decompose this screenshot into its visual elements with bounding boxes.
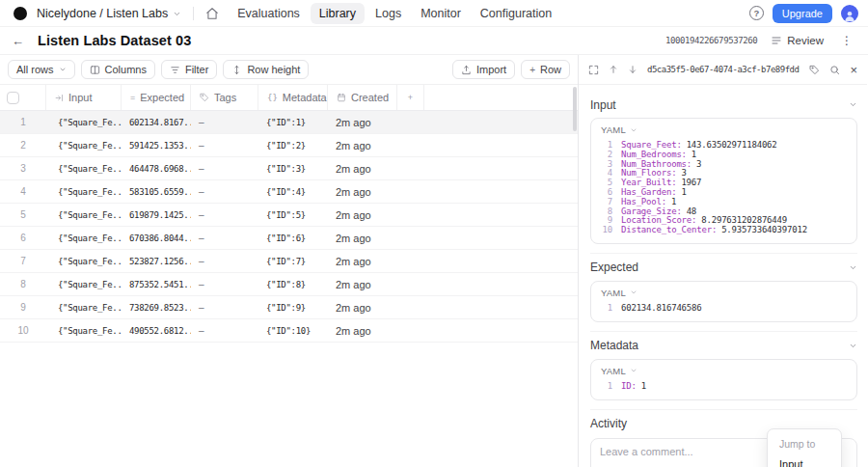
input-cell[interactable]: {"Square_Fe... bbox=[46, 118, 122, 127]
prev-row-button[interactable] bbox=[609, 65, 618, 74]
column-header-tags[interactable]: Tags bbox=[191, 85, 258, 110]
expected-cell[interactable]: 523827.1256... bbox=[122, 257, 191, 266]
expected-code[interactable]: 1 602134.816746586 bbox=[591, 301, 856, 321]
column-header-created[interactable]: Created bbox=[328, 85, 397, 110]
chevron-down-icon[interactable] bbox=[849, 100, 857, 109]
upgrade-button[interactable]: Upgrade bbox=[773, 4, 832, 23]
metadata-cell[interactable]: {"ID":5} bbox=[258, 210, 328, 220]
table-row[interactable]: 9 {"Square_Fe... 738269.8523... – {"ID":… bbox=[0, 296, 578, 319]
input-cell[interactable]: {"Square_Fe... bbox=[46, 210, 122, 220]
nav-tab[interactable]: Library bbox=[311, 3, 365, 24]
home-button[interactable] bbox=[205, 7, 219, 20]
nav-tab[interactable]: Monitor bbox=[412, 3, 470, 24]
row-height-button[interactable]: Row height bbox=[223, 60, 309, 79]
table-row[interactable]: 3 {"Square_Fe... 464478.6968... – {"ID":… bbox=[0, 157, 578, 180]
metadata-code[interactable]: 1 ID: 1 bbox=[591, 379, 856, 399]
table-row[interactable]: 1 {"Square_Fe... 602134.8167... – {"ID":… bbox=[0, 111, 578, 134]
jump-to-items: Input bbox=[768, 454, 841, 467]
tags-cell[interactable]: – bbox=[191, 302, 258, 313]
metadata-cell[interactable]: {"ID":10} bbox=[258, 326, 328, 336]
table-row[interactable]: 8 {"Square_Fe... 875352.5451... – {"ID":… bbox=[0, 273, 578, 296]
nav-tab[interactable]: Evaluations bbox=[229, 3, 309, 24]
metadata-cell[interactable]: {"ID":9} bbox=[258, 303, 328, 313]
input-cell[interactable]: {"Square_Fe... bbox=[46, 303, 122, 313]
metadata-cell[interactable]: {"ID":8} bbox=[258, 280, 328, 289]
tags-cell[interactable]: – bbox=[191, 163, 258, 174]
input-cell[interactable]: {"Square_Fe... bbox=[46, 280, 122, 289]
import-button[interactable]: Import bbox=[452, 60, 515, 79]
format-select[interactable]: YAML bbox=[601, 124, 626, 135]
filter-button[interactable]: Filter bbox=[161, 60, 217, 79]
column-header-metadata[interactable]: {} Metadata bbox=[258, 85, 328, 110]
column-header-input[interactable]: Input bbox=[46, 85, 122, 110]
select-all-header[interactable] bbox=[0, 85, 46, 110]
input-cell[interactable]: {"Square_Fe... bbox=[46, 141, 122, 151]
table-row[interactable]: 4 {"Square_Fe... 583105.6559... – {"ID":… bbox=[0, 180, 578, 204]
metadata-cell[interactable]: {"ID":6} bbox=[258, 234, 328, 243]
table-scrollbar[interactable] bbox=[573, 87, 577, 131]
expected-cell[interactable]: 738269.8523... bbox=[122, 303, 191, 313]
kebab-menu-icon[interactable]: ⋮ bbox=[837, 34, 856, 47]
expected-cell[interactable]: 583105.6559... bbox=[122, 187, 191, 197]
tags-cell[interactable]: – bbox=[191, 279, 258, 289]
expand-button[interactable] bbox=[588, 65, 599, 75]
next-row-button[interactable] bbox=[628, 65, 637, 74]
tags-cell[interactable]: – bbox=[191, 209, 258, 220]
format-select[interactable]: YAML bbox=[601, 366, 626, 376]
metadata-cell[interactable]: {"ID":7} bbox=[258, 257, 328, 266]
tags-cell[interactable]: – bbox=[191, 325, 258, 336]
chevron-down-icon[interactable] bbox=[849, 342, 857, 350]
input-cell[interactable]: {"Square_Fe... bbox=[46, 234, 122, 243]
menu-item[interactable]: Input bbox=[768, 454, 841, 467]
tags-cell[interactable]: – bbox=[191, 186, 258, 197]
column-header-expected[interactable]: = Expected bbox=[122, 85, 191, 110]
row-number: 5 bbox=[0, 209, 46, 220]
table-row[interactable]: 2 {"Square_Fe... 591425.1353... – {"ID":… bbox=[0, 134, 578, 157]
add-row-button[interactable]: + Row bbox=[521, 60, 570, 79]
tag-button[interactable] bbox=[809, 65, 820, 75]
back-button[interactable]: ← bbox=[12, 34, 24, 48]
avatar[interactable] bbox=[841, 5, 858, 22]
input-cell[interactable]: {"Square_Fe... bbox=[46, 187, 122, 197]
expected-cell[interactable]: 464478.6968... bbox=[122, 164, 191, 174]
metadata-cell[interactable]: {"ID":2} bbox=[258, 141, 328, 151]
page-title: Listen Labs Dataset 03 bbox=[38, 33, 191, 48]
table-row[interactable]: 7 {"Square_Fe... 523827.1256... – {"ID":… bbox=[0, 250, 578, 273]
expected-cell[interactable]: 602134.8167... bbox=[122, 118, 191, 127]
all-rows-filter-button[interactable]: All rows bbox=[8, 60, 75, 79]
chevron-down-icon[interactable] bbox=[849, 263, 857, 272]
table-row[interactable]: 5 {"Square_Fe... 619879.1425... – {"ID":… bbox=[0, 204, 578, 227]
table-row[interactable]: 6 {"Square_Fe... 670386.8044... – {"ID":… bbox=[0, 227, 578, 250]
search-button[interactable] bbox=[829, 65, 840, 75]
metadata-cell[interactable]: {"ID":1} bbox=[258, 118, 328, 127]
columns-button[interactable]: Columns bbox=[81, 60, 155, 79]
chevron-down-icon[interactable] bbox=[173, 5, 181, 22]
close-panel-button[interactable]: × bbox=[850, 63, 857, 77]
expected-cell[interactable]: 670386.8044... bbox=[122, 234, 191, 243]
tags-cell[interactable]: – bbox=[191, 117, 258, 127]
add-column-button[interactable]: + bbox=[397, 85, 424, 110]
input-cell[interactable]: {"Square_Fe... bbox=[46, 326, 122, 336]
expected-cell[interactable]: 619879.1425... bbox=[122, 210, 191, 220]
row-number: 6 bbox=[0, 233, 46, 243]
table-row[interactable]: 10 {"Square_Fe... 490552.6812... – {"ID"… bbox=[0, 319, 578, 343]
expected-cell[interactable]: 490552.6812... bbox=[122, 326, 191, 336]
tags-cell[interactable]: – bbox=[191, 140, 258, 151]
checkbox-icon[interactable] bbox=[7, 92, 19, 104]
expected-cell[interactable]: 875352.5451... bbox=[122, 280, 191, 289]
metadata-cell[interactable]: {"ID":4} bbox=[258, 187, 328, 197]
format-select[interactable]: YAML bbox=[601, 288, 626, 298]
input-cell[interactable]: {"Square_Fe... bbox=[46, 257, 122, 266]
input-cell[interactable]: {"Square_Fe... bbox=[46, 164, 122, 174]
nav-tab[interactable]: Logs bbox=[366, 3, 410, 24]
expected-cell[interactable]: 591425.1353... bbox=[122, 141, 191, 151]
review-button[interactable]: Review bbox=[771, 35, 824, 46]
review-label: Review bbox=[787, 35, 824, 46]
input-code[interactable]: 1 Square_Feet: 143.63502971184062 2 Num_… bbox=[591, 138, 856, 243]
metadata-cell[interactable]: {"ID":3} bbox=[258, 164, 328, 174]
workspace-switcher[interactable]: Nicelydone / Listen Labs bbox=[37, 7, 168, 20]
nav-tab[interactable]: Configuration bbox=[472, 3, 560, 24]
tags-cell[interactable]: – bbox=[191, 233, 258, 243]
help-icon[interactable]: ? bbox=[749, 6, 764, 20]
tags-cell[interactable]: – bbox=[191, 256, 258, 266]
